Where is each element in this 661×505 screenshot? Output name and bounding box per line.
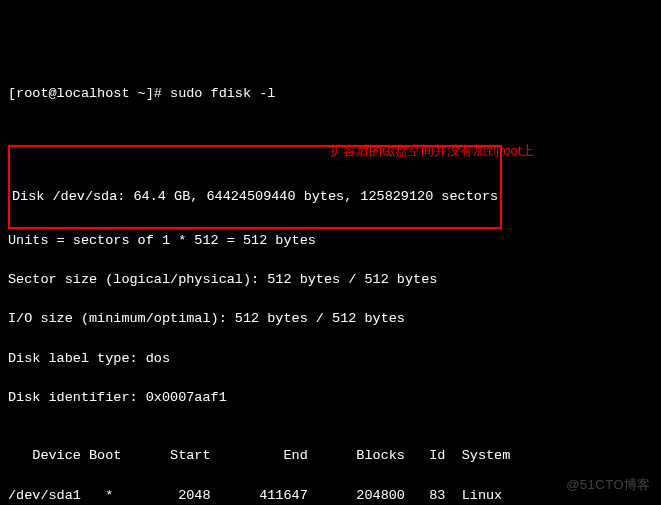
shell-prompt-line[interactable]: [root@localhost ~]# sudo fdisk -l <box>8 84 653 104</box>
disk-sda-line: Disk /dev/sda: 64.4 GB, 64424509440 byte… <box>12 187 498 207</box>
units-line: Units = sectors of 1 * 512 = 512 bytes <box>8 231 653 251</box>
partition-header: Device Boot Start End Blocks Id System <box>8 446 653 466</box>
disk-label-line: Disk label type: dos <box>8 349 653 369</box>
watermark-text: @51CTO博客 <box>566 476 651 495</box>
io-size-line: I/O size (minimum/optimal): 512 bytes / … <box>8 309 653 329</box>
disk-identifier-line: Disk identifier: 0x0007aaf1 <box>8 388 653 408</box>
shell-prompt: [root@localhost ~]# <box>8 84 170 104</box>
annotation-text: 扩容后的磁盘空间并没有加到root上 <box>330 142 534 161</box>
sector-size-line: Sector size (logical/physical): 512 byte… <box>8 270 653 290</box>
shell-command: sudo fdisk -l <box>170 84 275 104</box>
partition-row-sda1: /dev/sda1 * 2048 411647 204800 83 Linux <box>8 486 653 506</box>
